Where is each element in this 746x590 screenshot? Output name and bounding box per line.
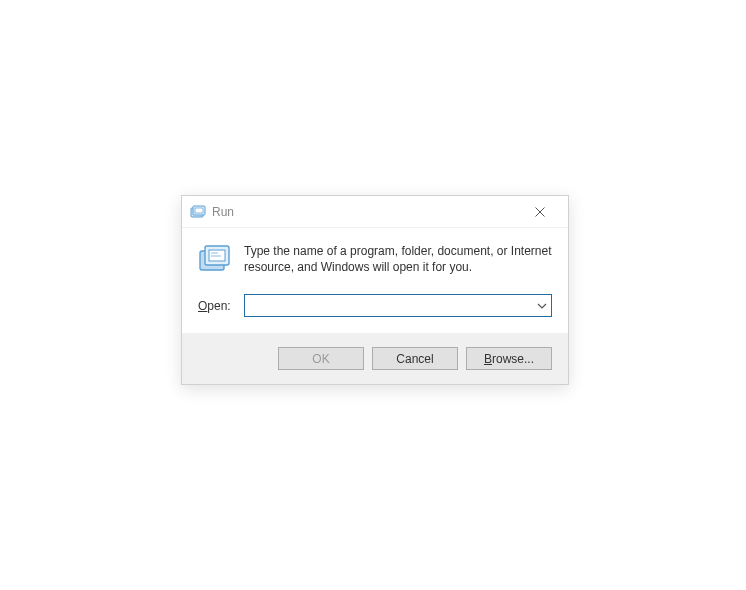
ok-button-label: OK [312,352,329,366]
cancel-button-label: Cancel [396,352,433,366]
run-icon-large [198,242,232,276]
close-button[interactable] [520,198,560,226]
dialog-title: Run [212,205,520,219]
open-input[interactable] [249,299,531,313]
open-row: Open: [198,294,552,317]
run-icon [190,204,206,220]
browse-button-label: Browse... [484,352,534,366]
open-label: Open: [198,299,236,313]
titlebar[interactable]: Run [182,196,568,228]
close-icon [535,207,545,217]
button-bar: OK Cancel Browse... [182,333,568,384]
chevron-down-icon[interactable] [537,301,547,311]
run-dialog: Run Type the name of a program, folder, … [181,195,569,385]
dialog-body: Type the name of a program, folder, docu… [182,228,568,333]
browse-button[interactable]: Browse... [466,347,552,370]
ok-button[interactable]: OK [278,347,364,370]
description-row: Type the name of a program, folder, docu… [198,242,552,276]
open-combobox[interactable] [244,294,552,317]
cancel-button[interactable]: Cancel [372,347,458,370]
svg-rect-2 [195,208,203,213]
description-text: Type the name of a program, folder, docu… [244,242,552,275]
